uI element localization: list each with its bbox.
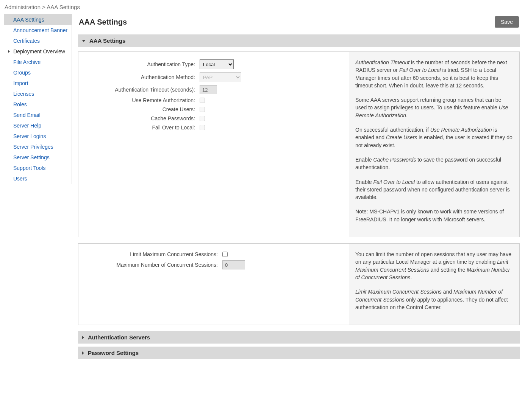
breadcrumb-root[interactable]: Administration: [5, 4, 41, 10]
cache-pw-label: Cache Passwords:: [82, 115, 200, 121]
auth-type-select[interactable]: Local: [200, 59, 234, 69]
form-col-1: Authentication Type: Local Authenticatio…: [78, 52, 349, 237]
sidebar-item-announcement-banner[interactable]: Announcement Banner: [4, 25, 72, 36]
create-users-checkbox: [200, 107, 205, 112]
sidebar-item-label: Send Email: [13, 112, 41, 118]
sidebar-item-server-settings[interactable]: Server Settings: [4, 152, 72, 163]
sidebar-item-label: Server Help: [13, 123, 41, 129]
sidebar-item-label: Server Logins: [13, 133, 46, 139]
sidebar-item-roles[interactable]: Roles: [4, 99, 72, 110]
save-button[interactable]: Save: [495, 16, 519, 28]
create-users-label: Create Users:: [82, 106, 200, 112]
sidebar: AAA SettingsAnnouncement BannerCertifica…: [4, 14, 72, 184]
page-title: AAA Settings: [79, 18, 127, 26]
sidebar-item-aaa-settings[interactable]: AAA Settings: [4, 14, 72, 25]
panel-title-password: Password Settings: [88, 350, 139, 356]
help-col-2: You can limit the number of open session…: [349, 244, 519, 325]
sidebar-item-licenses[interactable]: Licenses: [4, 89, 72, 99]
panel-title-aaa: AAA Settings: [89, 37, 125, 44]
chevron-right-icon: [8, 50, 10, 53]
chevron-right-icon: [82, 351, 84, 355]
panel-aaa-box2: Limit Maximum Concurrent Sessions: Maxim…: [78, 243, 520, 325]
sidebar-item-file-archive[interactable]: File Archive: [4, 57, 72, 67]
use-remote-label: Use Remote Authorization:: [82, 97, 200, 103]
sidebar-item-import[interactable]: Import: [4, 78, 72, 89]
breadcrumb-current: AAA Settings: [47, 4, 80, 10]
failover-label: Fail Over to Local:: [82, 124, 200, 131]
use-remote-checkbox: [200, 98, 205, 103]
panel-aaa-box1: Authentication Type: Local Authenticatio…: [78, 51, 520, 237]
panel-header-auth-servers[interactable]: Authentication Servers: [78, 331, 520, 344]
sidebar-item-label: File Archive: [13, 59, 41, 65]
sidebar-list: AAA SettingsAnnouncement BannerCertifica…: [4, 14, 72, 184]
sidebar-item-users[interactable]: Users: [4, 173, 72, 184]
sidebar-item-label: Certificates: [13, 38, 40, 44]
auth-method-label: Authentication Method:: [82, 74, 200, 80]
help-col-1: Authentication Timeout is the number of …: [349, 52, 519, 237]
sidebar-item-label: Deployment Overview: [13, 48, 65, 54]
auth-method-select: PAP: [200, 72, 241, 82]
limit-sessions-checkbox[interactable]: [222, 252, 228, 257]
auth-type-label: Authentication Type:: [82, 61, 200, 67]
breadcrumb: Administration > AAA Settings: [0, 0, 525, 14]
failover-checkbox: [200, 125, 205, 130]
panel-header-password[interactable]: Password Settings: [78, 347, 520, 359]
chevron-down-icon: [82, 40, 86, 42]
auth-timeout-label: Authentication Timeout (seconds):: [82, 87, 200, 93]
panel-header-aaa[interactable]: AAA Settings: [78, 34, 520, 47]
sidebar-item-certificates[interactable]: Certificates: [4, 36, 72, 46]
sidebar-item-label: Server Settings: [13, 154, 50, 160]
sidebar-item-label: Import: [13, 80, 28, 86]
sidebar-item-label: Licenses: [13, 91, 34, 97]
sidebar-item-send-email[interactable]: Send Email: [4, 110, 72, 120]
sidebar-item-server-privileges[interactable]: Server Privileges: [4, 142, 72, 152]
max-sessions-label: Maximum Number of Concurrent Sessions:: [82, 262, 222, 268]
sidebar-item-groups[interactable]: Groups: [4, 67, 72, 78]
limit-sessions-label: Limit Maximum Concurrent Sessions:: [82, 251, 222, 257]
auth-timeout-input: [200, 85, 217, 94]
sidebar-item-label: Announcement Banner: [13, 27, 67, 33]
sidebar-item-label: Support Tools: [13, 165, 45, 171]
panel-title-auth-servers: Authentication Servers: [88, 334, 150, 341]
sidebar-item-server-help[interactable]: Server Help: [4, 120, 72, 131]
form-col-2: Limit Maximum Concurrent Sessions: Maxim…: [78, 244, 349, 325]
sidebar-item-server-logins[interactable]: Server Logins: [4, 131, 72, 142]
sidebar-item-label: Roles: [13, 101, 27, 107]
main-content: AAA Settings Save AAA Settings Authentic…: [77, 14, 525, 370]
sidebar-item-label: Users: [13, 176, 27, 182]
page-header: AAA Settings Save: [78, 14, 520, 34]
sidebar-item-label: Groups: [13, 70, 31, 76]
sidebar-item-support-tools[interactable]: Support Tools: [4, 163, 72, 173]
sidebar-item-deployment-overview[interactable]: Deployment Overview: [4, 46, 72, 57]
sidebar-item-label: AAA Settings: [13, 17, 44, 23]
chevron-right-icon: [82, 336, 84, 339]
sidebar-item-label: Server Privileges: [13, 144, 53, 150]
cache-pw-checkbox: [200, 116, 205, 121]
max-sessions-input: [222, 260, 245, 269]
